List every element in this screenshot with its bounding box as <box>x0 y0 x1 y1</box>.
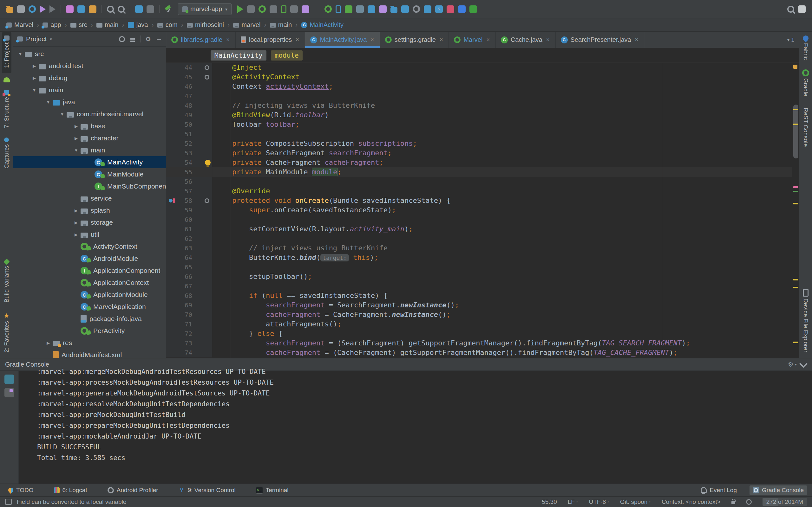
cut-icon[interactable] <box>66 5 73 13</box>
tree-item-splash[interactable]: ▶splash <box>13 205 166 216</box>
avd-manager-icon[interactable] <box>336 5 341 13</box>
save-all-icon[interactable] <box>17 5 25 13</box>
breadcrumb-item-java[interactable]: java <box>128 21 148 29</box>
line-number[interactable]: 47 <box>177 91 194 101</box>
tab-marvel[interactable]: Marvel× <box>449 32 496 48</box>
tree-expand-arrow[interactable]: ▶ <box>73 136 79 141</box>
translations-editor-icon[interactable] <box>401 5 409 13</box>
tree-item-applicationcontext[interactable]: ApplicationContext <box>13 277 166 289</box>
attach-debugger-icon[interactable] <box>458 5 466 13</box>
tab-local-properties[interactable]: local.properties× <box>236 32 305 48</box>
line-number[interactable]: 64 <box>177 253 194 262</box>
project-panel-title[interactable]: Project <box>26 35 47 43</box>
line-number[interactable]: 72 <box>177 329 194 338</box>
intention-bulb-icon[interactable] <box>205 160 211 165</box>
gradle-console-output[interactable]: :marvel-app:mergeMockDebugAndroidTestRes… <box>19 366 812 484</box>
line-number[interactable]: 48 <box>177 101 194 110</box>
toolwindow-toggle-icon[interactable] <box>5 499 12 505</box>
tree-expand-arrow[interactable]: ▼ <box>73 148 79 153</box>
tab-cache-java[interactable]: CCache.java× <box>496 32 556 48</box>
tree-item-res[interactable]: ▶res <box>13 337 166 349</box>
breadcrumb-item-main[interactable]: main <box>270 21 292 29</box>
restore-layout-icon[interactable] <box>302 5 309 13</box>
error-stripe-mark[interactable] <box>793 124 798 125</box>
line-number[interactable]: 50 <box>177 120 194 129</box>
tree-item-peractivity[interactable]: PerActivity <box>13 325 166 337</box>
tool-window-button-6-logcat[interactable]: 6: Logcat <box>51 486 90 495</box>
error-stripe-mark[interactable] <box>793 191 798 192</box>
monitor-icon[interactable] <box>413 5 420 13</box>
breadcrumb-item-mainactivity[interactable]: CMainActivity <box>301 21 344 29</box>
line-number[interactable]: 74 <box>177 348 194 357</box>
stop-icon[interactable] <box>290 5 298 13</box>
tree-expand-arrow[interactable]: ▶ <box>45 341 51 345</box>
line-number[interactable]: 70 <box>177 310 194 320</box>
close-icon[interactable]: × <box>295 36 300 44</box>
collapse-all-icon[interactable] <box>131 38 135 40</box>
tree-item-applicationcomponent[interactable]: IApplicationComponent <box>13 265 166 277</box>
tree-expand-arrow[interactable]: ▼ <box>17 52 23 56</box>
tool-button-build-variants[interactable]: Build Variants <box>2 257 11 308</box>
hidden-tabs-button[interactable]: ▾1 <box>787 32 799 48</box>
line-number[interactable]: 58 <box>177 196 194 205</box>
revert-icon[interactable] <box>379 5 387 13</box>
error-stripe[interactable] <box>792 63 799 358</box>
tree-item-main[interactable]: ▼main <box>13 84 166 96</box>
paste-icon[interactable] <box>89 5 96 13</box>
gradle-sync-icon[interactable] <box>324 5 332 13</box>
tree-item-character[interactable]: ▶character <box>13 132 166 144</box>
line-number[interactable]: 62 <box>177 234 194 243</box>
error-stripe-mark[interactable] <box>793 186 798 188</box>
tool-button-1-project[interactable]: 1: Project <box>2 32 11 73</box>
build-icon[interactable] <box>165 5 172 13</box>
hide-panel-icon[interactable] <box>157 39 161 40</box>
analysis-status-icon[interactable] <box>793 65 798 69</box>
undo-icon[interactable] <box>40 5 46 13</box>
tree-item-androidtest[interactable]: ▶androidTest <box>13 60 166 72</box>
tab-mainactivity-java[interactable]: CMainActivity.java× <box>305 32 380 48</box>
close-icon[interactable]: × <box>635 36 639 44</box>
search-everywhere-icon[interactable] <box>787 6 794 13</box>
line-number[interactable]: 46 <box>177 82 194 91</box>
highlighting-level[interactable] <box>746 499 752 505</box>
error-stripe-mark[interactable] <box>793 279 798 280</box>
tree-expand-arrow[interactable]: ▶ <box>73 124 79 129</box>
gear-icon[interactable]: ⚙ <box>145 36 151 42</box>
gradle-make-icon[interactable] <box>469 5 477 13</box>
back-icon[interactable] <box>135 5 143 13</box>
navigate-icon[interactable] <box>424 5 432 13</box>
tree-expand-arrow[interactable]: ▼ <box>45 100 51 105</box>
breadcrumb-item-mirhoseini[interactable]: mirhoseini <box>187 21 224 29</box>
tree-item-storage[interactable]: ▶storage <box>13 216 166 228</box>
redo-icon[interactable] <box>49 5 55 13</box>
breadcrumb-item-src[interactable]: src <box>70 21 87 29</box>
tree-item-androidmodule[interactable]: CAndroidModule <box>13 252 166 265</box>
tree-item-applicationmodule[interactable]: CApplicationModule <box>13 289 166 301</box>
context-indicator[interactable]: Context: <no context> <box>662 498 721 505</box>
file-encoding[interactable]: UTF-8↕ <box>589 498 609 505</box>
tree-item-util[interactable]: ▶util <box>13 228 166 240</box>
locate-file-icon[interactable] <box>119 36 125 42</box>
run-config-selector[interactable]: marvel-app▾ <box>178 3 232 15</box>
tree-item-debug[interactable]: ▶debug <box>13 72 166 84</box>
line-number[interactable]: 66 <box>177 272 194 281</box>
profile-icon[interactable] <box>270 5 277 13</box>
tree-item-mainmodule[interactable]: CMainModule <box>13 168 166 180</box>
tool-window-button-event-log[interactable]: Event Log <box>698 486 740 495</box>
tool-button-device-file-explorer[interactable]: Device File Explorer <box>801 286 810 357</box>
line-number[interactable]: 55 <box>177 167 194 177</box>
help-icon[interactable]: ? <box>435 5 443 13</box>
sync-icon[interactable] <box>29 5 36 13</box>
tool-window-button-android-profiler[interactable]: Android Profiler <box>104 486 161 495</box>
chevron-down-icon[interactable]: ▾ <box>50 37 52 42</box>
tree-item-base[interactable]: ▶base <box>13 120 166 132</box>
close-icon[interactable]: × <box>370 36 374 44</box>
breadcrumb-item-main[interactable]: main <box>96 21 118 29</box>
run-device-icon[interactable] <box>281 5 287 13</box>
tab-libraries-gradle[interactable]: libraries.gradle× <box>166 32 236 48</box>
error-stripe-mark[interactable] <box>793 203 798 205</box>
git-branch[interactable]: Git: spoon↕ <box>620 498 651 505</box>
find-icon[interactable] <box>107 6 114 13</box>
tool-button-2-favorites[interactable]: ★2: Favorites <box>2 309 11 357</box>
line-number[interactable]: 44 <box>177 63 194 72</box>
